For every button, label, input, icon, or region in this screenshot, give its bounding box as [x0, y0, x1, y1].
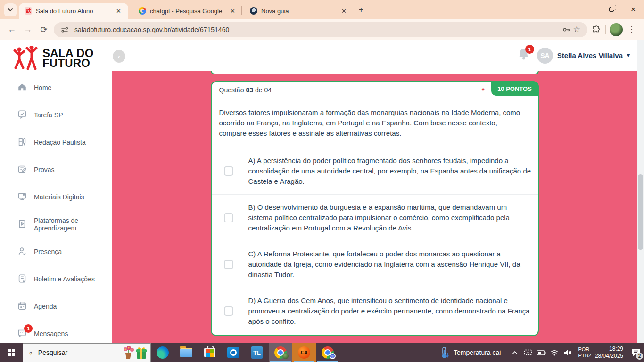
volume-icon[interactable]: [562, 343, 573, 362]
clock[interactable]: 18:29 28/04/2025: [595, 346, 623, 360]
sidebar-item-label: Provas: [34, 166, 55, 173]
wifi-icon[interactable]: [549, 343, 560, 362]
taskbar-chrome-profile1[interactable]: [269, 343, 292, 362]
tab-close-icon[interactable]: ✕: [114, 7, 124, 16]
content-area: ‹ 1 SA Stella Alves Villalva ▼ Questão: [112, 40, 637, 343]
sidebar-item-label: Home: [34, 84, 51, 91]
url-text[interactable]: saladofuturo.educacao.sp.gov.br/atividad…: [74, 26, 561, 33]
wireless-display-icon[interactable]: [522, 343, 534, 362]
sidebar-item-presenca[interactable]: Presença: [0, 238, 112, 265]
notification-center-button[interactable]: 2: [628, 343, 644, 362]
language-indicator[interactable]: POR PTB2: [578, 346, 591, 359]
close-button[interactable]: ✕: [622, 0, 644, 19]
required-asterisk: *: [482, 86, 485, 94]
sidebar-item-redacao-paulista[interactable]: Redação Paulista: [0, 129, 112, 156]
option-row-c[interactable]: C) A Reforma Protestante, que fortaleceu…: [212, 241, 538, 288]
start-button[interactable]: [0, 343, 23, 362]
tab-title: Nova guia: [261, 8, 339, 15]
option-row-b[interactable]: B) O desenvolvimento da burguesia e a ex…: [212, 194, 538, 241]
minimize-button[interactable]: —: [579, 0, 601, 19]
tab-close-icon[interactable]: ✕: [228, 7, 238, 16]
option-c-checkbox[interactable]: [224, 260, 233, 269]
google-favicon: [139, 7, 146, 15]
task-check-icon: [17, 109, 28, 121]
chevron-down-icon: [8, 7, 13, 13]
taskbar-file-explorer[interactable]: [174, 343, 198, 362]
logo-figures-icon: [13, 46, 41, 70]
sidebar-item-label: Mensagens: [34, 330, 68, 337]
user-avatar[interactable]: SA: [537, 48, 553, 64]
tab-nova-guia[interactable]: Nova guia ✕: [244, 3, 354, 19]
time: 18:29: [595, 346, 623, 353]
site-info-icon[interactable]: [59, 25, 70, 35]
chrome-profile-photo-overlay: [282, 353, 289, 359]
sala-do-futuro-favicon: [25, 7, 32, 15]
sidebar-item-materiais-digitais[interactable]: Materiais Digitais: [0, 183, 112, 211]
address-bar[interactable]: saladofuturo.educacao.sp.gov.br/atividad…: [54, 22, 587, 37]
page-header: ‹ 1 SA Stella Alves Villalva ▼: [112, 40, 637, 71]
activity-scroll-area: Questão 03 de 04 * 10 PONTOS Diversos fa…: [112, 71, 637, 343]
extensions-icon[interactable]: [591, 25, 602, 35]
tab-search-button[interactable]: [4, 3, 17, 16]
option-a-checkbox[interactable]: [224, 166, 233, 176]
bookmark-star-icon[interactable]: ☆: [571, 25, 582, 35]
reload-button[interactable]: ⟳: [36, 22, 52, 38]
option-b-checkbox[interactable]: [224, 213, 233, 222]
notebook-pen-icon: [17, 137, 28, 148]
person-check-icon: [17, 246, 28, 257]
option-d-checkbox[interactable]: [224, 306, 233, 316]
chat-icon: 1: [17, 328, 28, 339]
browser-menu-icon[interactable]: ⋮: [623, 25, 640, 34]
taskbar-tl-app[interactable]: TL: [245, 343, 269, 362]
sidebar-item-plataformas-aprendizagem[interactable]: Plataformas de Aprendizagem: [0, 211, 112, 238]
toolbar-divider: [605, 25, 606, 34]
new-tab-button[interactable]: +: [355, 4, 367, 16]
sidebar-item-label: Plataformas de Aprendizagem: [34, 217, 112, 232]
scrollbar-thumb[interactable]: [638, 174, 643, 250]
forward-button[interactable]: →: [20, 22, 36, 38]
taskbar-ea-app[interactable]: EA: [292, 343, 316, 362]
windows-logo-icon: [8, 349, 15, 356]
tl-app-icon: TL: [251, 346, 263, 359]
sidebar-item-label: Redação Paulista: [34, 139, 86, 146]
collapse-sidebar-button[interactable]: ‹: [113, 50, 125, 63]
tray-chevron-up-icon[interactable]: [509, 343, 520, 362]
search-icon: ⌕: [26, 348, 35, 357]
back-button[interactable]: ←: [4, 22, 20, 38]
tab-chatgpt-search[interactable]: chatgpt - Pesquisa Google ✕: [133, 3, 242, 19]
question-card-header: Questão 03 de 04: [212, 82, 538, 98]
taskbar-microsoft-store[interactable]: [198, 343, 222, 362]
option-row-d[interactable]: D) A Guerra dos Cem Anos, que intensific…: [212, 288, 538, 334]
sidebar-item-agenda[interactable]: Agenda: [0, 293, 112, 320]
taskbar-edge[interactable]: [151, 343, 174, 362]
report-document-icon: [17, 273, 28, 285]
tab-close-icon[interactable]: ✕: [339, 7, 349, 16]
weather-headline[interactable]: Temperatura cai: [454, 349, 501, 356]
messages-badge: 1: [24, 324, 33, 333]
search-seasonal-decor[interactable]: [122, 346, 148, 360]
sala-do-futuro-logo[interactable]: SALA DO FUTURO: [13, 46, 112, 70]
taskbar-outlook[interactable]: [222, 343, 245, 362]
chrome-profile-badge-overlay: ◎: [330, 353, 336, 359]
password-key-icon[interactable]: [561, 25, 571, 35]
user-name[interactable]: Stella Alves Villalva: [557, 51, 623, 59]
battery-icon[interactable]: [536, 343, 547, 362]
notification-count-badge: 1: [525, 45, 534, 54]
question-text: Diversos fatores impulsionaram a formaçã…: [212, 98, 537, 143]
sidebar-item-home[interactable]: Home: [0, 74, 112, 101]
sidebar-item-provas[interactable]: Provas: [0, 156, 112, 183]
tab-sala-do-futuro[interactable]: Sala do Futuro Aluno ✕: [19, 3, 128, 19]
sidebar-item-tarefa-sp[interactable]: Tarefa SP: [0, 101, 112, 129]
browser-profile-avatar[interactable]: [610, 23, 623, 36]
option-row-a[interactable]: A) A persistência do poder político frag…: [212, 148, 538, 194]
sidebar: SALA DO FUTURO Home Tarefa SP: [0, 40, 112, 343]
taskbar-search-box[interactable]: ⌕ Pesquisar: [23, 343, 151, 362]
user-menu-caret-icon[interactable]: ▼: [626, 52, 631, 58]
notification-bell[interactable]: 1: [518, 48, 530, 62]
taskbar-chrome-profile2[interactable]: ◎: [316, 343, 339, 362]
restore-button[interactable]: [601, 0, 622, 19]
outlook-icon: [227, 347, 239, 358]
page-scrollbar[interactable]: [637, 40, 644, 343]
sidebar-item-label: Materiais Digitais: [34, 193, 84, 201]
sidebar-item-boletim-avaliacoes[interactable]: Boletim e Avaliações: [0, 265, 112, 293]
